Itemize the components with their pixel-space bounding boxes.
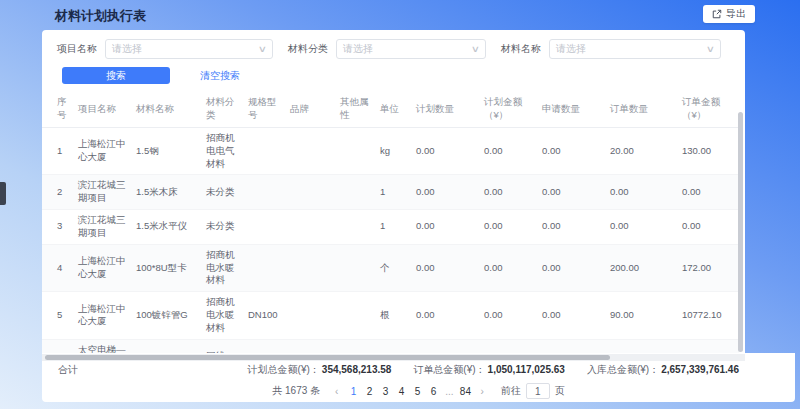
pagination: 共 1673 条 ‹ 123456...84 › 前往 页 bbox=[42, 383, 795, 399]
material-plan-table: 序号项目名称材料名称材料分类规格型号品牌其他属性单位计划数量计划金额（¥）申请数… bbox=[42, 91, 739, 353]
goto-suffix-label: 页 bbox=[555, 384, 565, 398]
table-row[interactable]: 3滨江花城三期项目1.5米水平仪未分类10.000.000.000.000.00 bbox=[42, 210, 739, 245]
table-cell: 100*8U型卡 bbox=[133, 244, 203, 291]
side-handle[interactable] bbox=[0, 182, 6, 205]
horizontal-scrollbar-thumb[interactable] bbox=[45, 355, 610, 360]
summary-total-label: 入库总金额(¥)： bbox=[587, 364, 659, 375]
material-name-placeholder: 请选择 bbox=[556, 42, 703, 56]
table-cell: 0.00 bbox=[413, 128, 481, 175]
page-button[interactable]: 6 bbox=[425, 386, 441, 397]
summary-total-item: 入库总金额(¥)：2,657,339,761.46 bbox=[587, 363, 739, 377]
pagination-total: 共 1673 条 bbox=[272, 384, 320, 398]
filter-label-project: 项目名称 bbox=[57, 42, 97, 56]
table-cell bbox=[245, 210, 287, 245]
column-header: 其他属性 bbox=[337, 91, 377, 128]
clear-search-link[interactable]: 清空搜索 bbox=[200, 69, 240, 83]
goto-prefix-label: 前往 bbox=[501, 384, 521, 398]
page-button[interactable]: 1 bbox=[345, 386, 361, 397]
table-cell bbox=[287, 244, 337, 291]
table-cell: 0.00 bbox=[607, 210, 679, 245]
material-category-placeholder: 请选择 bbox=[343, 42, 468, 56]
column-header: 订单金额（¥） bbox=[679, 91, 739, 128]
table-cell bbox=[287, 339, 337, 353]
table-cell: 0.00 bbox=[481, 244, 539, 291]
table-cell bbox=[337, 339, 377, 353]
table-cell: 个 bbox=[377, 244, 413, 291]
table-cell: 0.00 bbox=[481, 292, 539, 339]
search-button[interactable]: 搜索 bbox=[62, 67, 170, 84]
material-name-select[interactable]: 请选择 ∨ bbox=[549, 39, 721, 59]
page-button[interactable]: 5 bbox=[409, 386, 425, 397]
column-header: 材料分类 bbox=[203, 91, 245, 128]
table-row[interactable]: 4上海松江中心大厦100*8U型卡招商机电水暖材料个0.000.000.0020… bbox=[42, 244, 739, 291]
chevron-down-icon: ∨ bbox=[471, 44, 480, 54]
summary-total-item: 订单总金额(¥)：1,050,117,025.63 bbox=[413, 363, 565, 377]
page-button[interactable]: 4 bbox=[393, 386, 409, 397]
filter-label-material-name: 材料名称 bbox=[501, 42, 541, 56]
table-cell: 0.00 bbox=[539, 292, 607, 339]
table-cell: 6 bbox=[42, 339, 75, 353]
table-cell: 90.00 bbox=[607, 292, 679, 339]
page-numbers: 123456...84 bbox=[345, 386, 473, 397]
goto-page-input[interactable] bbox=[526, 383, 550, 399]
table-cell: 0.00 bbox=[539, 244, 607, 291]
material-category-select[interactable]: 请选择 ∨ bbox=[336, 39, 486, 59]
table-cell: 172.00 bbox=[679, 244, 739, 291]
project-name-placeholder: 请选择 bbox=[112, 42, 255, 56]
table-cell: 太空电梯—月球项目 bbox=[75, 339, 133, 353]
table-cell: 网线 bbox=[203, 339, 245, 353]
table-cell: 0.00 bbox=[679, 210, 739, 245]
table-cell: 22.00 bbox=[539, 339, 607, 353]
table-cell bbox=[245, 175, 287, 210]
table-cell: 滨江花城三期项目 bbox=[75, 175, 133, 210]
summary-total-value: 2,657,339,761.46 bbox=[661, 364, 739, 375]
table-row[interactable]: 2滨江花城三期项目1.5米木床未分类10.000.000.000.000.00 bbox=[42, 175, 739, 210]
table-cell bbox=[337, 128, 377, 175]
table-cell: 0.00 bbox=[539, 210, 607, 245]
table-cell bbox=[337, 292, 377, 339]
table-row[interactable]: 5上海松江中心大厦100镀锌管G招商机电水暖材料DN100根0.000.000.… bbox=[42, 292, 739, 339]
main-panel: 项目名称 请选择 ∨ 材料分类 请选择 ∨ 材料名称 请选择 ∨ 搜索 清空搜索 bbox=[42, 30, 745, 353]
table-cell: 0.00 bbox=[413, 339, 481, 353]
table-cell: 根 bbox=[377, 292, 413, 339]
table-cell: 上海松江中心大厦 bbox=[75, 292, 133, 339]
summary-total-label: 订单总金额(¥)： bbox=[413, 364, 485, 375]
table-cell: 100镀锌管G bbox=[133, 292, 203, 339]
table-body: 1上海松江中心大厦1.5钢招商机电电气材料kg0.000.000.0020.00… bbox=[42, 128, 739, 354]
project-name-select[interactable]: 请选择 ∨ bbox=[105, 39, 273, 59]
export-button[interactable]: 导出 bbox=[703, 5, 755, 23]
summary-totals: 计划总金额(¥)：354,568,213.58订单总金额(¥)：1,050,11… bbox=[248, 363, 795, 377]
chevron-down-icon: ∨ bbox=[258, 44, 267, 54]
summary-total-label: 计划总金额(¥)： bbox=[248, 364, 320, 375]
table-cell: 1.5米木床 bbox=[133, 175, 203, 210]
page-button[interactable]: 3 bbox=[377, 386, 393, 397]
table-cell bbox=[337, 175, 377, 210]
column-header: 材料名称 bbox=[133, 91, 203, 128]
footer-panel: 合计 计划总金额(¥)：354,568,213.58订单总金额(¥)：1,050… bbox=[42, 353, 795, 402]
page-title: 材料计划执行表 bbox=[55, 7, 146, 25]
table-cell: 0.00 bbox=[679, 175, 739, 210]
goto-page: 前往 页 bbox=[501, 383, 565, 399]
table-cell: 200.00 bbox=[607, 244, 679, 291]
table-cell: 上海松江中心大厦 bbox=[75, 128, 133, 175]
page-ellipsis[interactable]: ... bbox=[441, 386, 457, 397]
table-cell: 22.00 bbox=[607, 339, 679, 353]
next-page-button[interactable]: › bbox=[476, 386, 487, 397]
page-button[interactable]: 2 bbox=[361, 386, 377, 397]
column-header: 序号 bbox=[42, 91, 75, 128]
table-cell bbox=[245, 128, 287, 175]
table-cell: 11 bbox=[245, 339, 287, 353]
filter-section: 项目名称 请选择 ∨ 材料分类 请选择 ∨ 材料名称 请选择 ∨ 搜索 清空搜索 bbox=[42, 30, 745, 84]
prev-page-button[interactable]: ‹ bbox=[331, 386, 342, 397]
table-cell: 1 bbox=[42, 128, 75, 175]
table-row[interactable]: 6太空电梯—月球项目111网线11110.000.0022.0022.00118… bbox=[42, 339, 739, 353]
chevron-down-icon: ∨ bbox=[706, 44, 715, 54]
table-cell: 1.5米水平仪 bbox=[133, 210, 203, 245]
vertical-scrollbar[interactable] bbox=[738, 112, 743, 352]
summary-label: 合计 bbox=[58, 363, 78, 377]
horizontal-scrollbar-track bbox=[42, 354, 745, 361]
page-button[interactable]: 84 bbox=[457, 386, 473, 397]
table-cell: kg bbox=[377, 128, 413, 175]
column-header: 品牌 bbox=[287, 91, 337, 128]
table-row[interactable]: 1上海松江中心大厦1.5钢招商机电电气材料kg0.000.000.0020.00… bbox=[42, 128, 739, 175]
